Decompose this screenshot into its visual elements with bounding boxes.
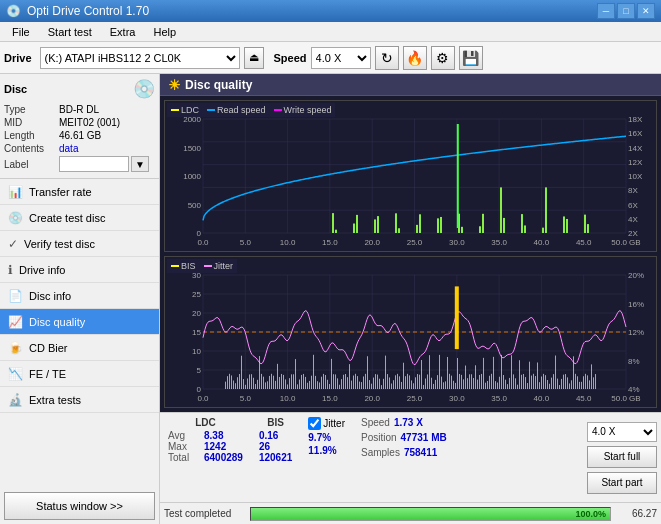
samples-val: 758411 (404, 447, 437, 458)
sidebar-item-fe-te[interactable]: 📉 FE / TE (0, 361, 159, 387)
max-label: Max (168, 441, 200, 452)
settings-button[interactable]: ⚙ (431, 46, 455, 70)
disc-label-row: Label ▼ (4, 156, 155, 172)
refresh-button[interactable]: ↻ (375, 46, 399, 70)
sidebar-item-drive-info[interactable]: ℹ Drive info (0, 257, 159, 283)
mid-label: MID (4, 117, 59, 128)
disc-contents-row: Contents data (4, 143, 155, 154)
type-value: BD-R DL (59, 104, 155, 115)
chart1-canvas (165, 101, 656, 251)
samples-row: Samples 758411 (361, 447, 437, 458)
legend-read-speed: Read speed (207, 105, 266, 115)
sidebar-item-cd-bier[interactable]: 🍺 CD Bier (0, 335, 159, 361)
progress-percent: 100.0% (575, 509, 606, 519)
stats-panel: LDC Avg 8.38 Max 1242 Total 6 (160, 413, 583, 502)
ldc-total-val: 6400289 (204, 452, 243, 463)
app-icon: 💿 (6, 4, 21, 18)
chart-ldc: LDC Read speed Write speed (164, 100, 657, 252)
sidebar-item-create-test-disc[interactable]: 💿 Create test disc (0, 205, 159, 231)
disc-mid-row: MID MEIT02 (001) (4, 117, 155, 128)
disc-quality-header: ☀ Disc quality (160, 74, 661, 96)
fe-te-icon: 📉 (8, 367, 23, 381)
sidebar-label-verify-test-disc: Verify test disc (24, 238, 95, 250)
close-button[interactable]: ✕ (637, 3, 655, 19)
create-test-disc-icon: 💿 (8, 211, 23, 225)
transfer-rate-icon: 📊 (8, 185, 23, 199)
sidebar-item-disc-info[interactable]: 📄 Disc info (0, 283, 159, 309)
chart2-canvas (165, 257, 656, 407)
main-layout: Disc 💿 Type BD-R DL MID MEIT02 (001) Len… (0, 74, 661, 524)
sidebar-label-disc-quality: Disc quality (29, 316, 85, 328)
start-full-button[interactable]: Start full (587, 446, 657, 468)
save-button[interactable]: 💾 (459, 46, 483, 70)
position-row: Position 47731 MB (361, 432, 447, 443)
bis-total-val: 120621 (259, 452, 292, 463)
bis-avg-val: 0.16 (259, 430, 278, 441)
status-window-button[interactable]: Status window >> (4, 492, 155, 520)
jitter-checkbox[interactable] (308, 417, 321, 430)
action-speed-select[interactable]: 4.0 X (587, 422, 657, 442)
burn-button[interactable]: 🔥 (403, 46, 427, 70)
extra-tests-icon: 🔬 (8, 393, 23, 407)
jitter-avg-val: 9.7% (308, 432, 331, 443)
menu-help[interactable]: Help (145, 24, 184, 40)
bis-max-row: 26 (259, 441, 292, 452)
action-col: 4.0 X Start full Start part (583, 413, 661, 502)
drive-select[interactable]: (K:) ATAPI iHBS112 2 CL0K (40, 47, 240, 69)
legend-bis: BIS (171, 261, 196, 271)
disc-quality-title: Disc quality (185, 78, 252, 92)
jitter-header: Jitter (323, 418, 345, 429)
minimize-button[interactable]: ─ (597, 3, 615, 19)
eject-button[interactable]: ⏏ (244, 47, 264, 69)
avg-label: Avg (168, 430, 200, 441)
side-menu: 📊 Transfer rate 💿 Create test disc ✓ Ver… (0, 179, 159, 488)
title-bar: 💿 Opti Drive Control 1.70 ─ □ ✕ (0, 0, 661, 22)
disc-length-row: Length 46.61 GB (4, 130, 155, 141)
disc-info-icon: 📄 (8, 289, 23, 303)
start-part-button[interactable]: Start part (587, 472, 657, 494)
sidebar-item-disc-quality[interactable]: 📈 Disc quality (0, 309, 159, 335)
length-value: 46.61 GB (59, 130, 155, 141)
speed-label: Speed (274, 52, 307, 64)
menu-extra[interactable]: Extra (102, 24, 144, 40)
sidebar-label-drive-info: Drive info (19, 264, 65, 276)
progress-speed: 66.27 (617, 508, 657, 519)
jitter-max-row: 11.9% (308, 445, 345, 456)
ldc-max-row: Max 1242 (168, 441, 243, 452)
speed-info: Speed 1.73 X Position 47731 MB Samples 7… (361, 417, 447, 498)
disc-icon: 💿 (133, 78, 155, 100)
speed-key: Speed (361, 417, 390, 428)
bis-header: BIS (259, 417, 292, 428)
jitter-stats: Jitter 9.7% 11.9% (308, 417, 345, 498)
ldc-bis-stats: LDC Avg 8.38 Max 1242 Total 6 (168, 417, 292, 498)
jitter-max-val: 11.9% (308, 445, 336, 456)
sidebar-item-transfer-rate[interactable]: 📊 Transfer rate (0, 179, 159, 205)
menu-file[interactable]: File (4, 24, 38, 40)
samples-key: Samples (361, 447, 400, 458)
sidebar-label-cd-bier: CD Bier (29, 342, 68, 354)
mid-value: MEIT02 (001) (59, 117, 155, 128)
total-label: Total (168, 452, 200, 463)
speed-select-toolbar[interactable]: 4.0 X (311, 47, 371, 69)
jitter-avg-row: 9.7% (308, 432, 345, 443)
ldc-avg-val: 8.38 (204, 430, 223, 441)
disc-title: Disc (4, 83, 27, 95)
sidebar-label-fe-te: FE / TE (29, 368, 66, 380)
menu-start-test[interactable]: Start test (40, 24, 100, 40)
speed-current-val: 1.73 X (394, 417, 423, 428)
progress-bar-fill: 100.0% (251, 508, 610, 520)
disc-label-input[interactable] (59, 156, 129, 172)
bottom-panel: LDC Avg 8.38 Max 1242 Total 6 (160, 412, 661, 502)
maximize-button[interactable]: □ (617, 3, 635, 19)
ldc-max-val: 1242 (204, 441, 226, 452)
bis-max-val: 26 (259, 441, 270, 452)
disc-label-button[interactable]: ▼ (131, 156, 149, 172)
sidebar-item-extra-tests[interactable]: 🔬 Extra tests (0, 387, 159, 413)
legend-write-speed: Write speed (274, 105, 332, 115)
sidebar-item-verify-test-disc[interactable]: ✓ Verify test disc (0, 231, 159, 257)
app-title: Opti Drive Control 1.70 (27, 4, 149, 18)
sidebar-label-disc-info: Disc info (29, 290, 71, 302)
sidebar-label-extra-tests: Extra tests (29, 394, 81, 406)
menu-bar: File Start test Extra Help (0, 22, 661, 42)
disc-quality-icon: 📈 (8, 315, 23, 329)
